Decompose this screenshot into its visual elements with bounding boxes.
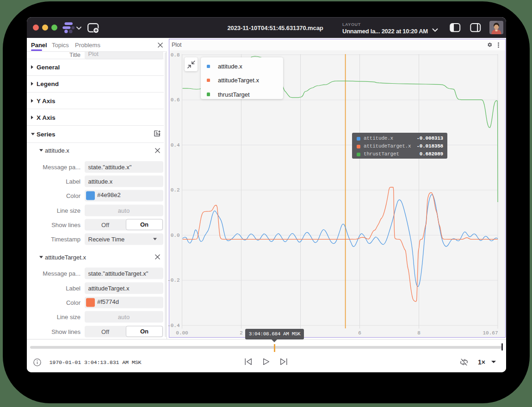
svg-text:2: 2 [240, 330, 243, 336]
svg-text:0.4: 0.4 [171, 142, 180, 148]
svg-text:-0.4: -0.4 [167, 323, 180, 328]
svg-text:6: 6 [358, 330, 361, 336]
svg-text:8: 8 [417, 330, 421, 336]
svg-text:0.8: 0.8 [171, 52, 180, 58]
svg-text:0.2: 0.2 [171, 187, 180, 193]
svg-text:0.0: 0.0 [171, 233, 180, 238]
svg-text:0.00: 0.00 [176, 330, 188, 336]
svg-text:0.6: 0.6 [171, 97, 180, 103]
svg-text:-0.2: -0.2 [167, 278, 179, 283]
svg-text:10.67: 10.67 [483, 330, 498, 336]
